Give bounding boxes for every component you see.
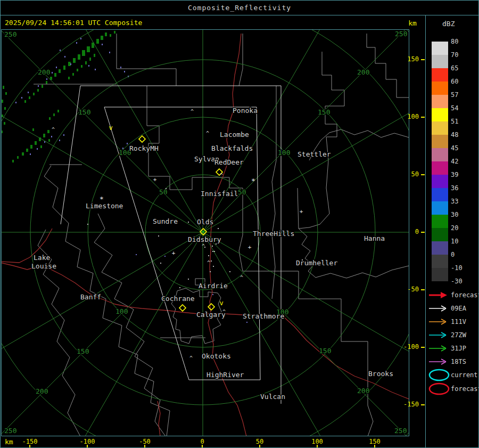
city-label: Banff bbox=[80, 293, 101, 301]
radar-echoes bbox=[2, 31, 129, 162]
colorbar-swatch bbox=[432, 42, 448, 55]
colorbar-tick-label: 10 bbox=[451, 238, 474, 245]
map-marker-caret: ^ bbox=[207, 260, 210, 266]
city-label: Strathmore bbox=[243, 312, 284, 320]
colorbar-swatch bbox=[432, 148, 448, 161]
bottom-axis-tick-label: 150 bbox=[363, 438, 386, 445]
colorbar-swatch bbox=[432, 68, 448, 82]
bottom-axis-tick-label: -100 bbox=[76, 438, 99, 445]
city-label: Vulcan bbox=[260, 393, 285, 401]
svg-text:200: 200 bbox=[36, 387, 48, 395]
map-marker-caret: ^ bbox=[206, 131, 209, 136]
legend-item-label: forecast bbox=[451, 291, 478, 299]
radar-map-canvas[interactable]: 2502001501005050100150200250100150200250… bbox=[2, 30, 409, 436]
colorbar-swatch bbox=[432, 188, 448, 201]
storm-marker-vee: v bbox=[219, 299, 223, 307]
colorbar-tick-label: 20 bbox=[451, 224, 474, 232]
map-marker-caret: ^ bbox=[220, 173, 223, 178]
colorbar-swatch bbox=[432, 135, 448, 148]
colorbar-swatch bbox=[432, 201, 448, 215]
right-axis-tick-mark bbox=[421, 347, 425, 348]
right-axis-tick-label: 100 bbox=[400, 113, 419, 120]
svg-text:250: 250 bbox=[394, 427, 407, 435]
city-label: Sundre bbox=[153, 217, 178, 225]
colorbar-swatch bbox=[432, 175, 448, 188]
right-axis-tick-label: -50 bbox=[400, 286, 419, 293]
bottom-axis-tick-mark bbox=[87, 445, 88, 448]
legend-arrow-icon bbox=[428, 342, 450, 357]
colorbar-swatch bbox=[432, 215, 448, 228]
svg-text:250: 250 bbox=[4, 30, 16, 38]
svg-text:200: 200 bbox=[357, 68, 369, 76]
right-axis-tick-mark bbox=[421, 59, 425, 60]
city-label: Lacombe bbox=[220, 131, 249, 139]
city-label: HighRiver bbox=[207, 371, 244, 379]
colorbar-swatch bbox=[432, 255, 448, 268]
colorbar-tick-label: 30 bbox=[451, 211, 474, 218]
colorbar-swatch bbox=[432, 82, 448, 95]
svg-text:200: 200 bbox=[38, 68, 50, 76]
city-label: Stettler bbox=[298, 150, 331, 158]
radar-map-frame: 2502001501005050100150200250100150200250… bbox=[1, 29, 409, 436]
map-marker-asterisk: * bbox=[251, 177, 255, 185]
city-label: Innisfail bbox=[201, 190, 238, 198]
map-marker-caret: ^ bbox=[240, 275, 243, 281]
legend-arrow-icon bbox=[428, 289, 450, 304]
legend-arrow-icon bbox=[428, 329, 450, 344]
city-label: Blackfalds bbox=[211, 144, 253, 152]
right-axis-tick-mark bbox=[421, 404, 425, 405]
legend-item-label: 09EA bbox=[451, 305, 478, 312]
bottom-axis-tick-mark bbox=[202, 445, 203, 448]
colorbar-tick-label: 45 bbox=[451, 144, 474, 152]
svg-text:150: 150 bbox=[319, 347, 331, 355]
colorbar-tick-label: 51 bbox=[451, 118, 474, 125]
colorbar-tick-label: 48 bbox=[451, 131, 474, 139]
city-label: Olds bbox=[197, 218, 213, 226]
map-marker-caret: ^ bbox=[191, 109, 194, 115]
svg-text:150: 150 bbox=[77, 347, 89, 355]
timestamp-label: 2025/09/24 14:56:01 UTC Composite bbox=[5, 19, 142, 27]
bottom-axis-tick-label: 100 bbox=[305, 438, 329, 445]
colorbar-swatch bbox=[432, 241, 448, 255]
right-axis-tick-label: 0 bbox=[400, 228, 419, 235]
city-label: Airdrie bbox=[199, 282, 228, 290]
city-label: Hanna bbox=[364, 234, 385, 242]
svg-text:100: 100 bbox=[115, 307, 128, 315]
legend-item-label: 31JP bbox=[451, 345, 478, 352]
svg-text:150: 150 bbox=[318, 108, 330, 116]
svg-text:50: 50 bbox=[238, 188, 246, 196]
legend-ellipse-icon bbox=[428, 382, 450, 397]
colorbar-tick-label: 80 bbox=[451, 38, 474, 45]
legend-item-label: 111V bbox=[451, 318, 478, 325]
colorbar-swatch bbox=[432, 161, 448, 175]
right-axis-unit-label: km bbox=[404, 19, 421, 27]
colorbar-tick-label: -10 bbox=[451, 264, 474, 272]
city-label: Okotoks bbox=[202, 352, 231, 360]
colorbar-unit-label: dBZ bbox=[442, 20, 455, 28]
bottom-axis-tick-label: -50 bbox=[133, 438, 156, 445]
storm-marker-diamond bbox=[208, 304, 214, 310]
svg-text:200: 200 bbox=[357, 387, 369, 395]
map-marker-caret: ^ bbox=[52, 127, 55, 133]
colorbar-tick-label: 70 bbox=[451, 51, 474, 59]
colorbar-tick-label: 33 bbox=[451, 198, 474, 205]
colorbar-tick-label: 39 bbox=[451, 171, 474, 178]
map-marker-caret: ^ bbox=[189, 355, 193, 361]
map-marker-plus: + bbox=[172, 250, 176, 257]
bottom-axis-tick-label: 50 bbox=[248, 438, 271, 445]
right-axis-tick-label: -150 bbox=[400, 401, 419, 408]
colorbar-tick-label: 36 bbox=[451, 184, 474, 192]
colorbar-tick-label: -30 bbox=[451, 278, 474, 285]
legend-arrow-icon bbox=[428, 315, 450, 330]
city-label: ThreeHills bbox=[253, 230, 294, 238]
right-axis-tick-label: 50 bbox=[400, 170, 419, 178]
city-label: Brooks bbox=[368, 370, 393, 378]
right-axis-tick-mark bbox=[421, 232, 425, 233]
city-label: Calgary bbox=[196, 311, 226, 319]
legend-ellipse-icon bbox=[428, 369, 450, 384]
legend-arrow-icon bbox=[428, 355, 450, 370]
legend-arrow-icon bbox=[428, 302, 450, 317]
city-label: Ponoka bbox=[233, 107, 258, 115]
colorbar-tick-label: 65 bbox=[451, 64, 474, 72]
bottom-axis-tick-mark bbox=[29, 445, 30, 448]
